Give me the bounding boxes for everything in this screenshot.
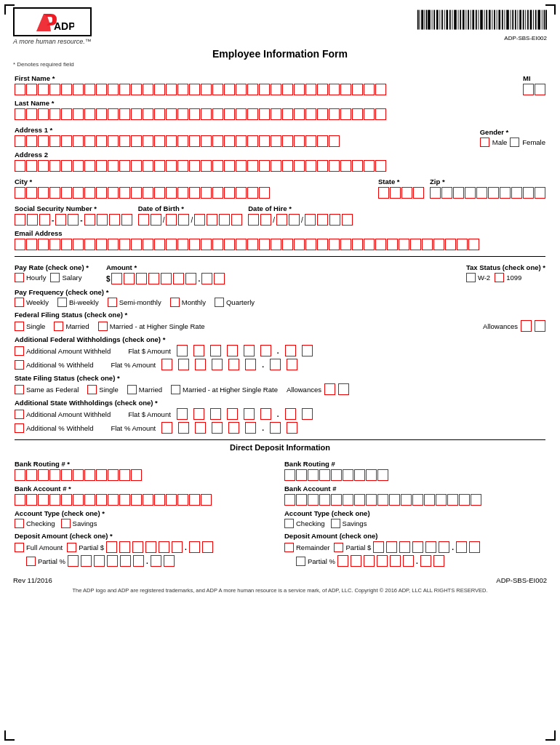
char-box[interactable] — [287, 422, 297, 434]
remainder-option[interactable]: Remainder — [284, 543, 329, 552]
char-box[interactable] — [259, 239, 270, 250]
savings-2-checkbox[interactable] — [331, 519, 340, 528]
char-box[interactable] — [364, 84, 375, 95]
char-box[interactable] — [377, 494, 388, 506]
char-box[interactable] — [224, 84, 235, 95]
address1-input[interactable] — [15, 135, 474, 147]
char-box[interactable] — [159, 541, 169, 553]
char-box[interactable] — [84, 108, 95, 120]
char-box[interactable] — [260, 345, 271, 356]
char-box[interactable] — [73, 239, 84, 250]
char-box[interactable] — [413, 187, 424, 199]
char-box[interactable] — [96, 108, 107, 120]
char-box[interactable] — [224, 108, 235, 120]
char-box[interactable] — [202, 541, 213, 553]
char-box[interactable] — [433, 555, 444, 567]
char-box[interactable] — [81, 555, 92, 567]
char-box[interactable] — [284, 469, 295, 481]
char-box[interactable] — [317, 160, 328, 172]
char-box[interactable] — [247, 108, 258, 120]
char-box[interactable] — [161, 273, 172, 284]
char-box[interactable] — [201, 135, 212, 147]
char-box[interactable] — [195, 359, 206, 370]
char-box[interactable] — [201, 108, 212, 120]
char-box[interactable] — [282, 239, 293, 250]
char-box[interactable] — [154, 84, 165, 95]
char-box[interactable] — [26, 108, 37, 120]
char-box[interactable] — [317, 214, 328, 226]
char-box[interactable] — [84, 214, 95, 226]
char-box[interactable] — [193, 408, 204, 420]
weekly-option[interactable]: Weekly — [15, 298, 49, 307]
state-input[interactable] — [378, 187, 424, 199]
char-box[interactable] — [364, 239, 375, 250]
char-box[interactable] — [189, 239, 200, 250]
char-box[interactable] — [61, 187, 72, 199]
char-box[interactable] — [236, 239, 247, 250]
married-higher-option[interactable]: Married - at Higher Single Rate — [98, 322, 205, 331]
char-box[interactable] — [523, 187, 534, 199]
gender-female-checkbox[interactable] — [510, 138, 519, 147]
char-box[interactable] — [124, 273, 135, 284]
char-box[interactable] — [445, 239, 456, 250]
char-box[interactable] — [61, 108, 72, 120]
char-box[interactable] — [173, 273, 184, 284]
char-box[interactable] — [166, 214, 177, 226]
char-box[interactable] — [305, 135, 316, 147]
char-box[interactable] — [94, 555, 105, 567]
1099-option[interactable]: 1099 — [495, 273, 521, 282]
char-box[interactable] — [319, 469, 330, 481]
char-box[interactable] — [84, 469, 95, 481]
char-box[interactable] — [351, 555, 361, 567]
char-box[interactable] — [236, 135, 247, 147]
char-box[interactable] — [26, 469, 37, 481]
char-box[interactable] — [189, 187, 200, 199]
char-box[interactable] — [282, 135, 293, 147]
checking-1-option[interactable]: Checking — [15, 519, 55, 528]
char-box[interactable] — [375, 108, 386, 120]
char-box[interactable] — [154, 160, 165, 172]
char-box[interactable] — [535, 187, 545, 199]
char-box[interactable] — [121, 214, 132, 226]
char-box[interactable] — [38, 160, 49, 172]
char-box[interactable] — [224, 239, 235, 250]
char-box[interactable] — [260, 408, 271, 420]
char-box[interactable] — [377, 469, 388, 481]
mi-input[interactable] — [523, 84, 545, 95]
char-box[interactable] — [399, 239, 409, 250]
char-box[interactable] — [73, 135, 84, 147]
char-box[interactable] — [151, 555, 161, 567]
char-box[interactable] — [84, 239, 95, 250]
char-box[interactable] — [412, 494, 423, 506]
char-box[interactable] — [317, 135, 328, 147]
char-box[interactable] — [108, 494, 119, 506]
semimonthly-checkbox[interactable] — [108, 298, 117, 307]
char-box[interactable] — [276, 214, 287, 226]
char-box[interactable] — [453, 187, 464, 199]
char-box[interactable] — [247, 187, 258, 199]
char-box[interactable] — [96, 187, 107, 199]
char-box[interactable] — [161, 422, 172, 434]
char-box[interactable] — [154, 108, 165, 120]
char-box[interactable] — [73, 84, 84, 95]
char-box[interactable] — [457, 239, 468, 250]
single-checkbox[interactable] — [15, 322, 24, 331]
char-box[interactable] — [177, 239, 188, 250]
char-box[interactable] — [244, 408, 255, 420]
char-box[interactable] — [375, 239, 386, 250]
char-box[interactable] — [308, 469, 319, 481]
char-box[interactable] — [84, 494, 95, 506]
char-box[interactable] — [189, 84, 200, 95]
char-box[interactable] — [441, 187, 452, 199]
char-box[interactable] — [49, 187, 60, 199]
char-box[interactable] — [343, 494, 353, 506]
char-box[interactable] — [119, 239, 130, 250]
char-box[interactable] — [68, 555, 79, 567]
char-box[interactable] — [166, 135, 177, 147]
char-box[interactable] — [166, 108, 177, 120]
char-box[interactable] — [282, 84, 293, 95]
same-as-federal-option[interactable]: Same as Federal — [15, 385, 79, 394]
single-option[interactable]: Single — [15, 322, 45, 331]
state-married-higher-checkbox[interactable] — [171, 385, 180, 394]
char-box[interactable] — [247, 239, 258, 250]
